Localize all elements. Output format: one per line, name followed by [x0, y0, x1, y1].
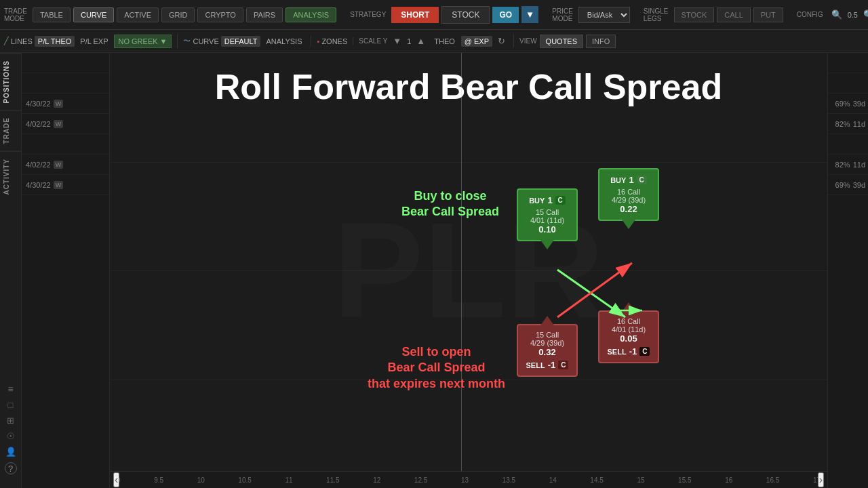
rc-right-badge: C: [639, 347, 650, 356]
curve-section: 〜 CURVE DEFAULT ANALYSIS: [183, 36, 311, 47]
strategy-stock-btn[interactable]: STOCK: [441, 6, 490, 24]
x-tick-145: 14.5: [590, 476, 603, 484]
red-card-left[interactable]: 15 Call 4/29 (39d) 0.32 SELL -1 C: [517, 324, 578, 377]
strategy-label: STRATEGY: [350, 11, 386, 18]
rc-left-line1: 15 Call: [525, 331, 570, 339]
scale-value: 1: [407, 37, 411, 45]
curve-label: CURVE: [193, 37, 218, 45]
gc-right-qty: 1: [629, 175, 633, 185]
go-dropdown[interactable]: ▼: [521, 6, 538, 23]
rc-left-line2: 4/29 (39d): [525, 339, 570, 347]
days-2: 11d: [853, 120, 865, 128]
green-card-right-header: BUY 1 C: [606, 175, 651, 185]
x-tick-155: 15.5: [678, 476, 691, 484]
green-title1: Buy to close: [414, 189, 487, 203]
leg-put-btn[interactable]: PUT: [753, 7, 783, 22]
gc-right-line2: 4/29 (39d): [606, 196, 651, 204]
right-row-1: 69% 39d: [828, 94, 868, 114]
red-title1: Sell to open: [402, 345, 471, 359]
gc-left-price: 0.10: [525, 224, 570, 235]
date-5: 4/30/22: [26, 181, 51, 189]
go-button[interactable]: GO: [492, 7, 519, 23]
x-tick-11: 11: [285, 476, 292, 484]
price-mode-select[interactable]: Bid/Ask: [578, 7, 630, 23]
rc-right-line1: 16 Call: [606, 317, 651, 325]
x-tick-10: 10: [197, 476, 205, 484]
sidebar-icon-square[interactable]: □: [8, 400, 14, 410]
strategy-short-btn[interactable]: SHORT: [391, 7, 439, 23]
gc-left-qty: 1: [547, 195, 552, 205]
leg-call-btn[interactable]: CALL: [717, 7, 751, 22]
zoom-in-btn[interactable]: 🔍: [829, 8, 845, 21]
sidebar-tab-activity[interactable]: ACTIVITY: [0, 151, 21, 202]
tab-crypto[interactable]: CRYPTO: [197, 7, 243, 22]
red-annotation: Sell to open Bear Call Spread that expir…: [368, 344, 505, 392]
leg-stock-btn[interactable]: STOCK: [674, 7, 715, 22]
sidebar-tab-trade[interactable]: TRADE: [0, 110, 21, 150]
sidebar-icon-clock[interactable]: ☉: [7, 431, 15, 441]
no-greek-label: NO GREEK: [119, 37, 158, 45]
rc-right-line2: 4/01 (11d): [606, 325, 651, 333]
tab-curve[interactable]: CURVE: [73, 7, 114, 22]
tab-analysis[interactable]: ANALYSIS: [285, 7, 336, 22]
badge-2: W: [54, 120, 64, 128]
config-label: CONFIG: [797, 11, 823, 18]
tab-pairs[interactable]: PAIRS: [246, 7, 283, 22]
svg-line-4: [557, 263, 632, 317]
theo-btn[interactable]: THEO: [431, 36, 458, 47]
sidebar-tab-positions[interactable]: POSITIONS: [0, 53, 21, 110]
default-btn[interactable]: DEFAULT: [221, 36, 261, 47]
quotes-btn[interactable]: QUOTES: [540, 35, 583, 48]
x-axis: ‹ 9 9.5 10 10.5 11 11.5 12 12.5 13 13.5 …: [110, 471, 827, 488]
sidebar-icon-help[interactable]: ?: [5, 462, 17, 474]
tab-active[interactable]: ACTIVE: [117, 7, 159, 22]
rc-right-action: SELL: [608, 348, 627, 356]
rc-left-action: SELL: [526, 361, 545, 369]
chart-area[interactable]: PLR Roll Forward Bear Call Spread Buy to…: [110, 53, 827, 488]
gc-right-action: BUY: [610, 176, 626, 184]
tab-grid[interactable]: GRID: [161, 7, 195, 22]
scale-down-btn[interactable]: ▼: [390, 35, 404, 47]
nav-left-btn[interactable]: ‹: [113, 472, 119, 487]
grid-line-2: [110, 270, 827, 271]
green-card-right[interactable]: BUY 1 C 16 Call 4/29 (39d) 0.22: [598, 168, 659, 221]
pl-exp-btn[interactable]: P/L EXP: [77, 36, 111, 47]
date-1: 4/30/22: [26, 100, 51, 108]
exp-btn[interactable]: @ EXP: [461, 36, 492, 47]
price-mode-label: PRICE MODE: [552, 7, 573, 22]
rc-left-price: 0.32: [525, 347, 570, 357]
x-tick-115: 11.5: [326, 476, 339, 484]
sidebar-icon-person[interactable]: 👤: [5, 447, 16, 457]
sidebar-icon-grid[interactable]: ⊞: [7, 415, 14, 426]
chart-title: Roll Forward Bear Call Spread: [215, 66, 722, 107]
lines-icon: ╱: [4, 37, 9, 45]
red-card-left-footer: SELL -1 C: [525, 360, 570, 370]
analysis-btn[interactable]: ANALYSIS: [262, 36, 305, 47]
x-tick-13: 13: [461, 476, 469, 484]
left-sidebar: POSITIONS TRADE ACTIVITY ≡ □ ⊞ ☉ 👤 ?: [0, 53, 22, 488]
lines-section: ╱ LINES P/L THEO P/L EXP NO GREEK ▼: [4, 35, 178, 48]
config-icons: 🔍 0.5 🔍 ▼ ⚙: [829, 8, 868, 21]
green-card-left-header: BUY 1 C: [525, 195, 570, 205]
refresh-btn[interactable]: ↻: [495, 35, 508, 47]
no-greek-dropdown[interactable]: NO GREEK ▼: [114, 35, 172, 48]
zones-icon: ▪: [317, 37, 319, 45]
scale-up-btn[interactable]: ▲: [414, 35, 428, 47]
green-card-left[interactable]: BUY 1 C 15 Call 4/01 (11d) 0.10: [517, 188, 578, 241]
badge-4: W: [54, 161, 64, 169]
red-card-right[interactable]: 16 Call 4/01 (11d) 0.05 SELL -1 C: [598, 310, 659, 363]
x-tick-14: 14: [549, 476, 557, 484]
nav-right-btn[interactable]: ›: [818, 472, 824, 487]
zones-section: ▪ ZONES: [317, 37, 353, 45]
gc-left-line2: 4/01 (11d): [525, 216, 570, 224]
rc-right-price: 0.05: [606, 333, 651, 344]
sidebar-icon-list[interactable]: ≡: [7, 384, 13, 394]
zoom-out-btn[interactable]: 🔍: [861, 8, 868, 21]
tab-table[interactable]: TABLE: [33, 7, 71, 22]
scale-section: SCALE Y ▼ 1 ▲ THEO @ EXP ↻: [359, 35, 514, 47]
lines-label: LINES: [11, 37, 33, 45]
pl-theo-btn[interactable]: P/L THEO: [35, 36, 75, 47]
scale-y-label: SCALE Y: [359, 37, 387, 45]
info-btn[interactable]: INFO: [586, 35, 616, 48]
second-toolbar: ╱ LINES P/L THEO P/L EXP NO GREEK ▼ 〜 CU…: [0, 30, 868, 53]
